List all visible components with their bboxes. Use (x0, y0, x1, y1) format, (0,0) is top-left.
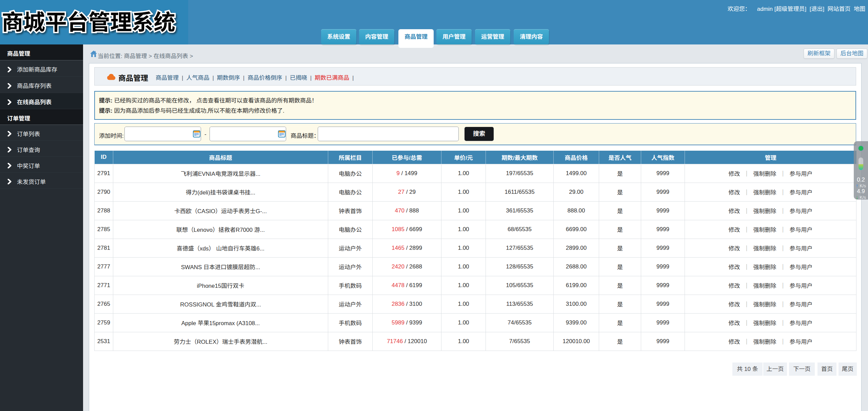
svg-text:商城平台管理系统: 商城平台管理系统 (2, 5, 175, 36)
